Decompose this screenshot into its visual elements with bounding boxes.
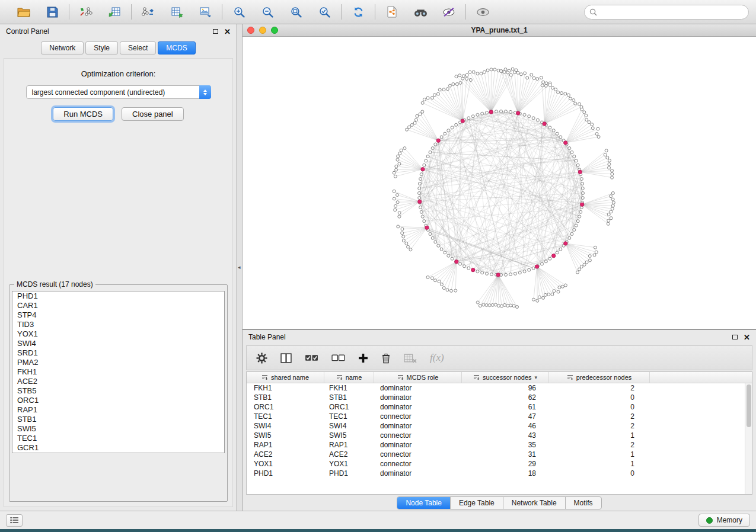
tab-style[interactable]: Style (85, 41, 118, 55)
export-network-button[interactable] (139, 3, 158, 21)
tab-mcds[interactable]: MCDS (158, 41, 195, 55)
result-item[interactable]: RAP1 (12, 405, 224, 415)
tab-motifs[interactable]: Motifs (566, 497, 601, 509)
table-cell: PHD1 (247, 469, 324, 477)
table-cell: 35 (462, 441, 549, 449)
gear-icon (256, 352, 267, 364)
table-row[interactable]: ORC1ORC1dominator610 (247, 402, 752, 412)
table-row[interactable]: TEC1TEC1connector472 (247, 412, 752, 421)
network-canvas[interactable] (243, 37, 756, 329)
search-network-button[interactable] (411, 3, 430, 21)
table-scrollbar-thumb[interactable] (747, 384, 751, 427)
close-panel-button[interactable]: Close panel (122, 107, 184, 121)
zoom-fit-button[interactable] (286, 3, 305, 21)
table-cell: SWI4 (324, 422, 374, 430)
result-item[interactable]: PMA2 (12, 358, 224, 367)
result-item[interactable]: GCR1 (12, 443, 224, 453)
tab-network-table[interactable]: Network Table (503, 497, 566, 509)
delete-column-button[interactable] (381, 352, 391, 364)
hide-annotations-button[interactable] (439, 3, 458, 21)
result-item[interactable]: PHD1 (12, 291, 224, 301)
result-item[interactable]: SRD1 (12, 348, 224, 358)
column-header-shared-name[interactable]: shared name (247, 372, 324, 383)
result-item[interactable]: ORC1 (12, 396, 224, 405)
result-item[interactable]: TID3 (12, 320, 224, 329)
delete-table-button[interactable] (404, 353, 417, 363)
select-all-button[interactable] (305, 354, 318, 362)
result-item[interactable]: STP4 (12, 310, 224, 320)
network-title: YPA_prune.txt_1 (243, 26, 756, 34)
table-row[interactable]: FKH1FKH1dominator962 (247, 383, 752, 393)
table-row[interactable]: STB1STB1dominator620 (247, 393, 752, 402)
table-row[interactable]: ACE2ACE2connector311 (247, 450, 752, 459)
result-item[interactable]: YOX1 (12, 329, 224, 339)
result-item[interactable]: STB5 (12, 386, 224, 396)
splitter-grip-icon: ◂ (238, 264, 241, 270)
result-item[interactable]: SWI5 (12, 424, 224, 434)
table-cell: 18 (462, 469, 549, 477)
function-builder-button[interactable]: f(x) (430, 352, 444, 364)
apply-layout-button[interactable] (349, 3, 368, 21)
deselect-all-button[interactable] (331, 354, 345, 362)
result-item[interactable]: TEC1 (12, 434, 224, 443)
binoculars-icon (414, 7, 428, 17)
table-row[interactable]: PHD1PHD1dominator180 (247, 469, 752, 478)
import-table-button[interactable] (105, 3, 124, 21)
maximize-window-icon[interactable] (271, 27, 278, 34)
table-panel: Table Panel ✕ (243, 330, 756, 511)
close-window-icon[interactable] (247, 27, 254, 34)
table-cell: YOX1 (247, 460, 324, 468)
float-panel-icon[interactable] (213, 29, 218, 34)
table-row[interactable]: SWI5SWI5connector431 (247, 431, 752, 440)
tab-select[interactable]: Select (120, 41, 156, 55)
show-columns-button[interactable] (280, 353, 292, 363)
open-file-button[interactable] (14, 3, 33, 21)
export-document-button[interactable] (382, 3, 401, 21)
mcds-result-list[interactable]: PHD1CAR1STP4TID3YOX1SWI4SRD1PMA2FKH1ACE2… (12, 291, 225, 453)
column-header-successor-nodes[interactable]: successor nodes▾ (462, 372, 549, 383)
result-item[interactable]: FKH1 (12, 367, 224, 377)
float-table-panel-icon[interactable] (732, 335, 738, 339)
table-cell: SWI5 (247, 431, 324, 440)
table-cell: ORC1 (247, 403, 324, 411)
table-row[interactable]: SWI4SWI4dominator462 (247, 421, 752, 431)
result-item[interactable]: STB1 (12, 415, 224, 424)
tab-network[interactable]: Network (41, 41, 84, 55)
table-cell: TEC1 (324, 412, 374, 421)
import-network-button[interactable] (76, 3, 95, 21)
sort-icon (567, 374, 573, 380)
run-mcds-button[interactable]: Run MCDS (53, 107, 113, 121)
tab-node-table[interactable]: Node Table (397, 497, 451, 509)
panel-splitter[interactable]: ◂ (237, 24, 243, 511)
table-settings-button[interactable] (256, 352, 267, 364)
table-row[interactable]: YOX1YOX1connector291 (247, 459, 752, 469)
result-item[interactable]: SWI4 (12, 339, 224, 348)
save-session-button[interactable] (43, 3, 62, 21)
search-input[interactable] (600, 8, 744, 16)
close-panel-icon[interactable]: ✕ (224, 28, 231, 36)
minimize-window-icon[interactable] (259, 27, 266, 34)
column-header-predecessor-nodes[interactable]: predecessor nodes (549, 372, 650, 383)
column-header-name[interactable]: name (324, 372, 374, 383)
table-cell: RAP1 (324, 441, 374, 449)
column-header-MCDS-role[interactable]: MCDS role (374, 372, 462, 383)
add-column-button[interactable] (358, 353, 368, 363)
table-scrollbar[interactable] (745, 383, 752, 494)
network-titlebar[interactable]: YPA_prune.txt_1 (243, 24, 756, 37)
export-table-button[interactable] (167, 3, 186, 21)
table-row[interactable]: RAP1RAP1dominator352 (247, 440, 752, 450)
result-item[interactable]: CAR1 (12, 301, 224, 310)
zoom-out-button[interactable] (258, 3, 277, 21)
show-graphics-button[interactable] (473, 3, 492, 21)
criterion-dropdown[interactable]: largest connected component (undirected) (26, 85, 211, 99)
task-history-button[interactable] (6, 514, 23, 527)
memory-button[interactable]: Memory (698, 514, 750, 527)
zoom-selected-button[interactable] (315, 3, 334, 21)
network-graph[interactable] (243, 37, 756, 329)
tab-edge-table[interactable]: Edge Table (451, 497, 503, 509)
zoom-in-button[interactable] (229, 3, 248, 21)
export-image-button[interactable] (196, 3, 215, 21)
result-item[interactable]: ACE2 (12, 377, 224, 386)
close-table-panel-icon[interactable]: ✕ (744, 334, 750, 341)
zoom-group (222, 3, 341, 21)
